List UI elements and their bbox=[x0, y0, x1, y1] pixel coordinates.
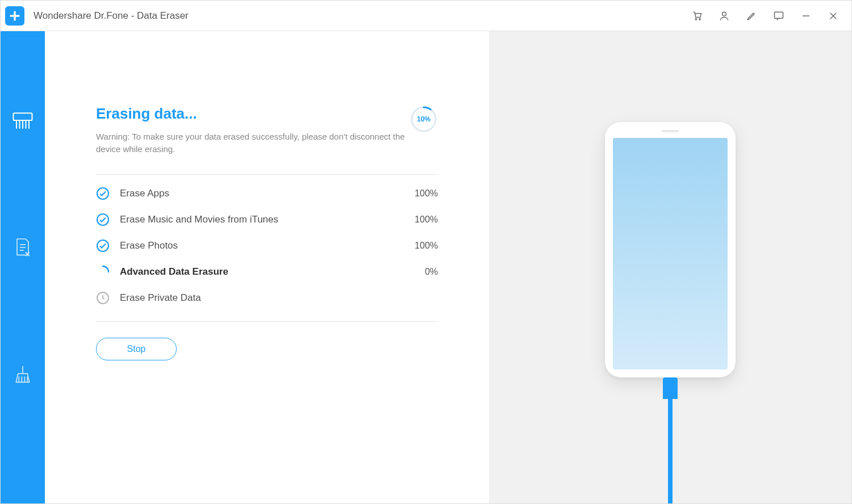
phone-cable bbox=[668, 398, 673, 503]
feedback-icon bbox=[773, 10, 784, 22]
check-circle-icon bbox=[96, 213, 110, 226]
step-status-icon bbox=[96, 213, 110, 226]
close-icon bbox=[828, 11, 838, 21]
minimize-button[interactable] bbox=[792, 2, 820, 30]
sidebar bbox=[1, 31, 45, 503]
progress-step: Erase Music and Movies from iTunes100% bbox=[96, 207, 438, 233]
phone-connector bbox=[663, 377, 678, 399]
sidebar-item-cleaner[interactable] bbox=[7, 359, 38, 390]
divider bbox=[96, 321, 438, 322]
shredder-icon bbox=[10, 108, 35, 133]
overall-progress-ring: 10% bbox=[410, 105, 438, 133]
user-icon bbox=[719, 10, 730, 22]
progress-step: Erase Apps100% bbox=[96, 180, 438, 207]
cart-icon bbox=[691, 10, 703, 22]
stop-button-label: Stop bbox=[127, 344, 146, 354]
body: Erasing data... Warning: To make sure yo… bbox=[1, 31, 851, 503]
step-percent: 100% bbox=[415, 215, 438, 225]
step-status-icon bbox=[96, 291, 110, 305]
step-percent: 0% bbox=[425, 267, 438, 277]
progress-heading: Erasing data... bbox=[96, 105, 410, 123]
titlebar: Wondershare Dr.Fone - Data Eraser bbox=[1, 1, 851, 31]
svg-point-2 bbox=[695, 18, 696, 19]
clock-icon bbox=[96, 291, 110, 305]
step-label: Advanced Data Erasure bbox=[120, 266, 228, 278]
plus-icon bbox=[9, 10, 20, 22]
divider bbox=[96, 174, 438, 175]
step-label: Erase Apps bbox=[120, 188, 169, 199]
svg-rect-1 bbox=[10, 15, 20, 16]
stop-button[interactable]: Stop bbox=[96, 338, 177, 360]
edit-icon bbox=[746, 10, 757, 22]
step-status-icon bbox=[96, 239, 110, 253]
check-circle-icon bbox=[96, 239, 110, 253]
sidebar-item-eraser[interactable] bbox=[7, 105, 38, 136]
app-title: Wondershare Dr.Fone - Data Eraser bbox=[34, 10, 189, 22]
progress-panel: Erasing data... Warning: To make sure yo… bbox=[45, 31, 489, 503]
cart-button[interactable] bbox=[683, 2, 711, 30]
broom-icon bbox=[11, 363, 34, 386]
svg-rect-5 bbox=[775, 12, 783, 18]
close-button[interactable] bbox=[820, 2, 847, 30]
check-circle-icon bbox=[96, 187, 110, 200]
step-label: Erase Music and Movies from iTunes bbox=[120, 214, 278, 225]
app-logo bbox=[5, 6, 24, 26]
progress-step: Erase Private Data bbox=[96, 285, 438, 311]
phone-screen bbox=[613, 138, 728, 369]
progress-warning: Warning: To make sure your data erased s… bbox=[96, 131, 410, 156]
step-label: Erase Photos bbox=[120, 240, 178, 251]
spinner-icon bbox=[96, 265, 110, 279]
progress-steps: Erase Apps100%Erase Music and Movies fro… bbox=[96, 180, 438, 311]
svg-point-4 bbox=[722, 12, 726, 16]
main: Erasing data... Warning: To make sure yo… bbox=[45, 31, 851, 503]
step-percent: 100% bbox=[415, 188, 438, 199]
user-button[interactable] bbox=[711, 2, 738, 30]
sidebar-item-document-erase[interactable] bbox=[7, 232, 38, 263]
app-window: Wondershare Dr.Fone - Data Eraser bbox=[0, 0, 852, 504]
overall-progress-label: 10% bbox=[410, 105, 438, 133]
device-panel bbox=[489, 31, 851, 503]
svg-rect-9 bbox=[14, 113, 32, 120]
progress-step: Erase Photos100% bbox=[96, 233, 438, 259]
minimize-icon bbox=[801, 11, 811, 21]
phone-speaker bbox=[662, 130, 679, 132]
svg-point-3 bbox=[699, 18, 700, 19]
step-status-icon bbox=[96, 187, 110, 200]
phone-illustration bbox=[605, 122, 736, 377]
feedback-button[interactable] bbox=[765, 2, 792, 30]
edit-button[interactable] bbox=[738, 2, 765, 30]
progress-step: Advanced Data Erasure0% bbox=[96, 259, 438, 285]
step-percent: 100% bbox=[415, 241, 438, 251]
step-status-icon bbox=[96, 265, 110, 279]
step-label: Erase Private Data bbox=[120, 292, 201, 304]
document-erase-icon bbox=[11, 236, 34, 259]
